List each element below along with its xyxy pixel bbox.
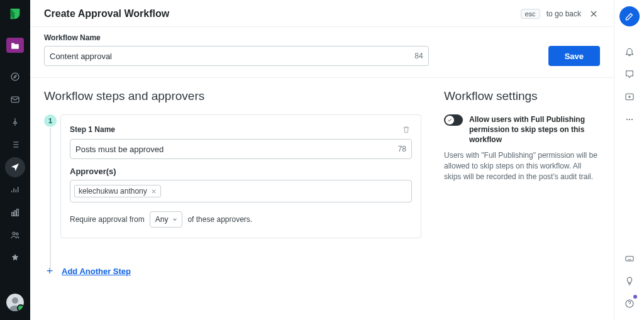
workflow-name-label: Workflow Name bbox=[44, 33, 429, 42]
add-step-button[interactable]: Add Another Step bbox=[62, 267, 131, 276]
skip-steps-toggle[interactable] bbox=[444, 114, 463, 126]
workflow-name-input-wrap: 84 bbox=[44, 46, 429, 66]
svg-point-0 bbox=[11, 73, 19, 80]
close-icon[interactable] bbox=[587, 8, 600, 20]
nav-pin-icon[interactable] bbox=[5, 112, 25, 132]
step-name-input-wrap: 78 bbox=[70, 139, 412, 159]
skip-steps-toggle-label: Allow users with Full Publishing permiss… bbox=[469, 114, 600, 145]
svg-point-8 bbox=[12, 297, 18, 304]
svg-point-10 bbox=[626, 119, 627, 120]
step-connector-line bbox=[50, 128, 51, 270]
settings-heading: Workflow settings bbox=[444, 89, 600, 103]
svg-rect-2 bbox=[12, 212, 14, 216]
require-row: Require approval from Any of these appro… bbox=[70, 211, 412, 228]
step-name-remaining: 78 bbox=[394, 145, 406, 153]
remove-approver-icon[interactable] bbox=[151, 189, 157, 194]
svg-rect-3 bbox=[14, 211, 16, 216]
app-logo bbox=[8, 6, 23, 21]
nav-compass-icon[interactable] bbox=[5, 67, 25, 87]
nav-people-icon[interactable] bbox=[5, 225, 25, 245]
step-name-input[interactable] bbox=[75, 145, 394, 154]
nav-folder-icon[interactable] bbox=[6, 38, 24, 53]
step-card: Step 1 Name 78 Approver(s) k bbox=[60, 114, 421, 238]
add-media-icon[interactable] bbox=[619, 87, 640, 107]
nav-bar-chart-icon[interactable] bbox=[5, 202, 25, 223]
svg-point-6 bbox=[16, 233, 18, 234]
chevron-down-icon bbox=[172, 216, 178, 223]
step-name-label: Step 1 Name bbox=[70, 125, 115, 134]
esc-key-hint: esc bbox=[521, 9, 540, 19]
nav-inbox-icon[interactable] bbox=[5, 89, 25, 109]
workflow-name-input[interactable] bbox=[50, 52, 411, 61]
lightbulb-icon[interactable] bbox=[619, 271, 640, 291]
page-header: Create Approval Workflow esc to go back bbox=[30, 0, 614, 27]
comments-icon[interactable] bbox=[619, 64, 640, 84]
page-title: Create Approval Workflow bbox=[44, 8, 169, 19]
right-nav-rail bbox=[614, 0, 644, 320]
notification-dot bbox=[633, 295, 637, 299]
keyboard-icon[interactable] bbox=[619, 248, 640, 268]
svg-point-11 bbox=[628, 119, 630, 120]
approvers-input[interactable]: kelechukwu anthony bbox=[70, 180, 412, 202]
user-avatar[interactable] bbox=[6, 294, 24, 311]
save-button[interactable]: Save bbox=[548, 46, 600, 66]
nav-analytics-icon[interactable] bbox=[5, 180, 25, 200]
left-nav-rail bbox=[0, 0, 30, 320]
steps-heading: Workflow steps and approvers bbox=[44, 89, 421, 103]
help-icon[interactable] bbox=[619, 294, 640, 314]
toggle-knob bbox=[445, 116, 454, 124]
main-panel: Create Approval Workflow esc to go back … bbox=[30, 0, 614, 320]
svg-rect-4 bbox=[17, 209, 19, 216]
workflow-name-section: Workflow Name 84 Save bbox=[30, 27, 614, 78]
svg-rect-13 bbox=[626, 257, 633, 261]
require-count-select[interactable]: Any bbox=[150, 211, 183, 228]
require-suffix: of these approvers. bbox=[187, 215, 252, 224]
steps-section: Workflow steps and approvers 1 Step 1 Na… bbox=[44, 89, 421, 307]
nav-star-icon[interactable] bbox=[5, 248, 25, 268]
approver-chip: kelechukwu anthony bbox=[74, 185, 161, 197]
add-step-row: + Add Another Step bbox=[44, 265, 421, 278]
require-count-value: Any bbox=[155, 215, 169, 224]
approver-chip-name: kelechukwu anthony bbox=[79, 187, 147, 196]
compose-button[interactable] bbox=[619, 6, 640, 26]
go-back-hint: to go back bbox=[547, 9, 581, 18]
step-number-badge: 1 bbox=[44, 114, 57, 127]
approvers-label: Approver(s) bbox=[70, 167, 412, 176]
step-row: 1 Step 1 Name 78 Appro bbox=[44, 114, 421, 238]
nav-list-icon[interactable] bbox=[5, 135, 25, 155]
notifications-icon[interactable] bbox=[619, 41, 640, 62]
delete-step-icon[interactable] bbox=[401, 124, 412, 135]
workflow-name-remaining: 84 bbox=[411, 52, 423, 60]
svg-point-5 bbox=[13, 232, 15, 234]
settings-section: Workflow settings Allow users with Full … bbox=[444, 89, 600, 307]
nav-send-icon[interactable] bbox=[5, 157, 25, 177]
more-icon[interactable] bbox=[619, 109, 640, 130]
require-prefix: Require approval from bbox=[70, 215, 145, 224]
svg-point-12 bbox=[631, 119, 632, 120]
settings-description: Users with "Full Publishing" permission … bbox=[444, 150, 600, 183]
